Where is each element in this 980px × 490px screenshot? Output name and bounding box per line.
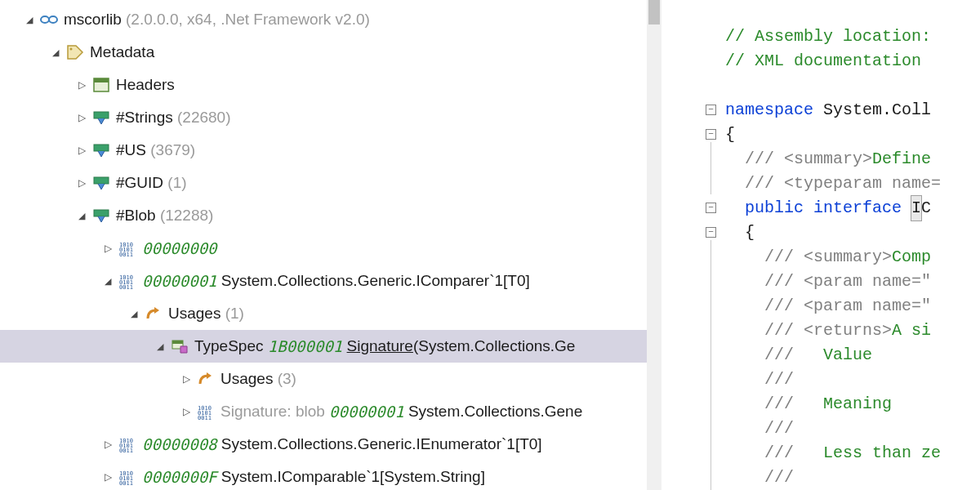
code-brace: { <box>745 223 755 242</box>
usages-count: (1) <box>225 305 244 323</box>
xml-doc: /// <box>764 296 804 315</box>
fold-toggle-icon[interactable]: − <box>706 129 716 140</box>
typespec-signature-link[interactable]: Signature <box>347 337 413 355</box>
tree-row-us[interactable]: #US (3679) <box>0 134 662 167</box>
svg-rect-5 <box>94 78 109 82</box>
xml-doc-text: Define <box>872 149 931 168</box>
svg-text:0011: 0011 <box>119 284 133 289</box>
guid-count: (1) <box>167 174 186 192</box>
xml-doc: /// <box>764 321 804 340</box>
svg-point-1 <box>49 16 57 23</box>
binary-icon: 101001010011 <box>118 239 137 257</box>
tree-pane[interactable]: mscorlib (2.0.0.0, x64, .Net Framework v… <box>0 0 662 490</box>
xml-doc: /// <box>764 468 794 487</box>
svg-text:0011: 0011 <box>198 415 212 420</box>
expand-arrow-icon[interactable] <box>127 308 140 319</box>
usages-label: Usages <box>168 305 220 323</box>
svg-marker-18 <box>180 346 187 353</box>
tree-row-guid[interactable]: #GUID (1) <box>0 167 662 199</box>
fold-toggle-icon[interactable]: − <box>706 227 716 238</box>
typespec-prefix: TypeSpec <box>194 337 264 355</box>
strings-count: (22680) <box>177 109 231 127</box>
signature-tail: System.Collections.Gene <box>408 403 582 421</box>
svg-text:0011: 0011 <box>119 252 133 256</box>
typespec-signature-tail: (System.Collections.Ge <box>413 337 576 355</box>
tree-row-typespec[interactable]: TypeSpec 1B000001 Signature (System.Coll… <box>0 330 662 363</box>
typespec-id: 1B000001 <box>268 337 343 355</box>
fold-line <box>710 142 711 194</box>
expand-arrow-icon[interactable] <box>180 406 193 417</box>
blob-address: 0000000F <box>142 468 217 486</box>
blob-address: 00000008 <box>142 435 217 453</box>
expand-arrow-icon[interactable] <box>180 373 193 385</box>
tree-row-headers[interactable]: Headers <box>0 69 662 101</box>
fold-toggle-icon[interactable]: − <box>706 105 716 115</box>
xml-doc-text: Value <box>823 345 872 364</box>
blob-typename: System.IComparable`1[System.String] <box>221 468 485 486</box>
metadata-label: Metadata <box>90 43 154 61</box>
header-icon <box>91 76 111 94</box>
xml-doc-tag: <param name=" <box>804 272 931 291</box>
xml-doc: /// <box>764 419 794 438</box>
code-keyword: public <box>745 198 804 217</box>
binary-icon: 101001010011 <box>118 468 137 486</box>
xml-doc-tag: <typeparam name= <box>784 174 941 193</box>
expand-arrow-icon[interactable] <box>75 79 88 91</box>
pane-divider[interactable] <box>662 0 702 490</box>
tree-row-blob[interactable]: #Blob (12288) <box>0 199 662 232</box>
code-identifier: C <box>921 198 931 217</box>
tree-row-blob-item[interactable]: 101001010011 0000000F System.IComparable… <box>0 461 662 490</box>
tree-row-usages[interactable]: Usages (3) <box>0 363 662 395</box>
usages-icon <box>196 370 216 388</box>
code-keyword: interface <box>813 198 902 217</box>
svg-point-0 <box>41 16 49 23</box>
xml-doc: /// <box>764 345 823 364</box>
svg-rect-9 <box>94 210 109 216</box>
expand-arrow-icon[interactable] <box>49 47 62 58</box>
blob-address: 00000001 <box>142 272 217 290</box>
svg-rect-17 <box>172 341 183 344</box>
tree-row-blob-item[interactable]: 101001010011 00000008 System.Collections… <box>0 428 662 461</box>
blob-typename: System.Collections.Generic.IEnumerator`1… <box>221 435 542 453</box>
code-editor[interactable]: − − − − // Assembly location: // XML doc… <box>702 0 980 490</box>
tree-row-assembly[interactable]: mscorlib (2.0.0.0, x64, .Net Framework v… <box>0 3 662 36</box>
expand-arrow-icon[interactable] <box>23 14 36 25</box>
xml-doc: /// <box>764 370 794 389</box>
expand-arrow-icon[interactable] <box>101 471 114 483</box>
expand-arrow-icon[interactable] <box>75 112 88 123</box>
scrollbar-thumb[interactable] <box>648 0 660 24</box>
vertical-scrollbar[interactable] <box>647 0 662 490</box>
expand-arrow-icon[interactable] <box>101 275 114 287</box>
expand-arrow-icon[interactable] <box>101 439 114 450</box>
expand-arrow-icon[interactable] <box>154 341 167 352</box>
expand-arrow-icon[interactable] <box>101 243 114 254</box>
code-brace: { <box>725 125 735 144</box>
xml-doc: /// <box>764 394 823 413</box>
tree-row-strings[interactable]: #Strings (22680) <box>0 101 662 134</box>
svg-point-3 <box>70 48 73 51</box>
xml-doc-tag: <returns> <box>804 321 892 340</box>
code-cursor: I <box>911 196 921 220</box>
xml-doc-tag: <param name=" <box>804 296 931 315</box>
svg-marker-2 <box>68 46 82 59</box>
tree-row-metadata[interactable]: Metadata <box>0 36 662 69</box>
xml-doc: /// <box>745 149 784 168</box>
xml-doc: /// <box>764 247 804 266</box>
expand-arrow-icon[interactable] <box>75 177 88 189</box>
expand-arrow-icon[interactable] <box>75 145 88 156</box>
expand-arrow-icon[interactable] <box>75 210 88 221</box>
tree-row-blob-item[interactable]: 101001010011 00000001 System.Collections… <box>0 265 662 297</box>
tree-row-blob-item[interactable]: 101001010011 00000000 <box>0 232 662 265</box>
xml-doc: /// <box>745 174 784 193</box>
code-keyword: namespace <box>725 100 813 119</box>
us-count: (3679) <box>150 141 195 159</box>
stream-icon <box>91 207 111 225</box>
tree-row-signature-blob[interactable]: 101001010011 Signature: blob 00000001 Sy… <box>0 395 662 428</box>
stream-icon <box>91 174 111 192</box>
fold-toggle-icon[interactable]: − <box>706 203 716 213</box>
stream-icon <box>91 141 111 159</box>
blob-label: #Blob <box>116 207 156 225</box>
tree-row-usages[interactable]: Usages (1) <box>0 297 662 330</box>
xml-doc-text: Less than ze <box>823 443 941 462</box>
signature-addr: 00000001 <box>329 403 404 421</box>
